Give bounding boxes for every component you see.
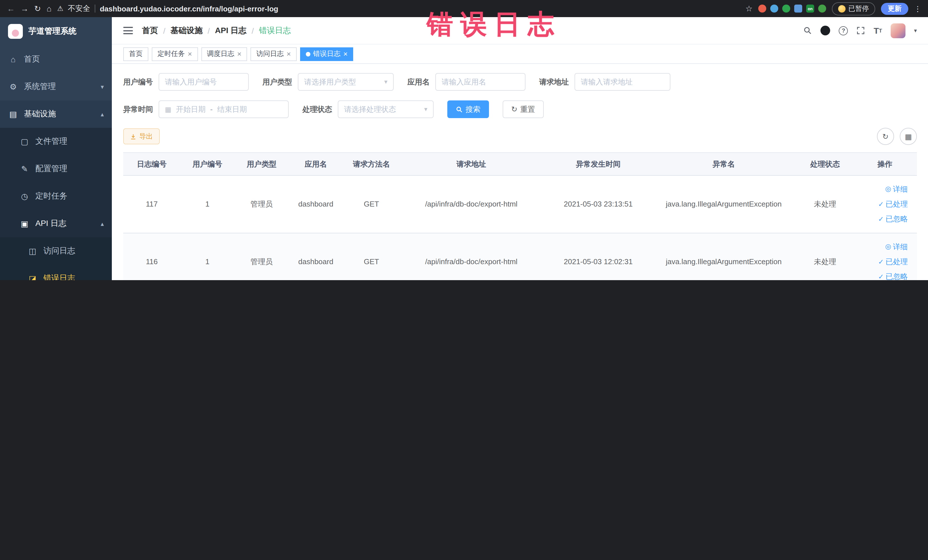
extension-icon[interactable]: on xyxy=(806,5,814,12)
mark-ignored-link[interactable]: ✓已忽略 xyxy=(878,272,908,280)
extension-icon[interactable] xyxy=(758,5,766,12)
cell-user-id: 1 xyxy=(180,176,235,233)
table-body: 1171管理员dashboardGET/api/infra/db-doc/exp… xyxy=(123,176,917,280)
table-toolbar: 导出 ↻ ▦ xyxy=(123,128,917,145)
fullscreen-icon[interactable] xyxy=(857,26,865,35)
export-button[interactable]: 导出 xyxy=(123,128,160,144)
home-icon: ⌂ xyxy=(8,55,18,64)
bookmark-star-icon[interactable]: ☆ xyxy=(745,5,752,12)
error-time-range-picker[interactable]: ▦ 开始日期 - 结束日期 xyxy=(159,101,289,118)
sidebar-item-config-mgmt[interactable]: ✎配置管理 xyxy=(0,155,112,183)
url-text[interactable]: dashboard.yudao.iocoder.cn/infra/log/api… xyxy=(100,4,278,13)
breadcrumb-separator: / xyxy=(252,26,254,35)
github-icon[interactable] xyxy=(821,26,830,35)
sidebar-item-scheduled-jobs[interactable]: ◷定时任务 xyxy=(0,183,112,210)
column-header-request-method: 请求方法名 xyxy=(343,153,400,175)
tab-close-icon[interactable]: × xyxy=(286,50,291,58)
user-type-select[interactable]: 请选择用户类型 ▾ xyxy=(298,73,394,91)
breadcrumb-item[interactable]: 首页 xyxy=(142,25,158,36)
address-divider xyxy=(95,5,95,12)
column-header-actions: 操作 xyxy=(856,153,913,175)
forward-icon[interactable]: → xyxy=(21,5,29,12)
error-log-table: 日志编号用户编号用户类型应用名请求方法名请求地址异常发生时间异常名处理状态操作 … xyxy=(123,153,917,280)
search-button[interactable]: 搜索 xyxy=(447,101,489,118)
paused-button[interactable]: 已暂停 xyxy=(832,2,875,15)
tab-label: 定时任务 xyxy=(157,49,185,59)
tab-label: 访问日志 xyxy=(256,49,284,59)
sidebar-item-infrastructure[interactable]: ▤基础设施▴ xyxy=(0,101,112,128)
reset-button[interactable]: ↻ 重置 xyxy=(503,101,544,118)
column-header-exception-name: 异常名 xyxy=(654,153,794,175)
mark-ignored-link[interactable]: ✓已忽略 xyxy=(878,214,908,224)
search-icon[interactable] xyxy=(804,26,812,35)
column-header-user-id: 用户编号 xyxy=(180,153,235,175)
eye-icon: ◎ xyxy=(885,185,891,194)
error-time-label: 异常时间 xyxy=(123,104,153,114)
browser-menu-icon[interactable]: ⋮ xyxy=(914,4,922,13)
sidebar-item-home[interactable]: ⌂首页 xyxy=(0,46,112,73)
request-url-input[interactable] xyxy=(575,73,670,91)
tab-item[interactable]: 定时任务× xyxy=(152,47,198,61)
sidebar-item-file-mgmt[interactable]: ▢文件管理 xyxy=(0,128,112,155)
column-header-log-id: 日志编号 xyxy=(123,153,180,175)
update-button[interactable]: 更新 xyxy=(881,3,908,15)
mark-processed-link[interactable]: ✓已处理 xyxy=(878,199,908,209)
tab-item[interactable]: 调度日志× xyxy=(201,47,247,61)
reload-icon[interactable]: ↻ xyxy=(34,5,41,12)
app-root: 芋道管理系统 ⌂首页⚙系统管理▾▤基础设施▴▢文件管理✎配置管理◷定时任务▣AP… xyxy=(0,17,928,280)
user-id-label: 用户编号 xyxy=(123,77,153,87)
action-label: 详细 xyxy=(893,184,908,194)
extension-icon[interactable] xyxy=(818,5,826,12)
detail-link[interactable]: ◎详细 xyxy=(885,242,908,252)
sidebar-logo[interactable]: 芋道管理系统 xyxy=(0,17,112,46)
reset-button-label: 重置 xyxy=(520,104,535,114)
breadcrumb-item[interactable]: 错误日志 xyxy=(259,25,291,36)
paused-label: 已暂停 xyxy=(849,4,869,14)
back-icon[interactable]: ← xyxy=(7,5,15,12)
breadcrumb-item[interactable]: API 日志 xyxy=(215,25,246,36)
help-icon[interactable]: ? xyxy=(839,26,848,35)
column-header-user-type: 用户类型 xyxy=(235,153,289,175)
sidebar-item-system-mgmt[interactable]: ⚙系统管理▾ xyxy=(0,73,112,101)
tab-item[interactable]: 错误日志× xyxy=(300,47,353,61)
tab-close-icon[interactable]: × xyxy=(237,50,241,58)
error-log-icon: ◪ xyxy=(27,274,38,280)
filter-user-id: 用户编号 xyxy=(123,73,249,91)
sidebar-item-label: 首页 xyxy=(24,54,104,64)
sidebar-item-error-log[interactable]: ◪错误日志 xyxy=(0,265,112,280)
tab-item[interactable]: 访问日志× xyxy=(250,47,296,61)
detail-link[interactable]: ◎详细 xyxy=(885,184,908,194)
extension-icon[interactable] xyxy=(794,5,802,12)
screen: ← → ↻ ⌂ ⚠ 不安全 dashboard.yudao.iocoder.cn… xyxy=(0,0,928,280)
extension-icon[interactable] xyxy=(782,5,790,12)
font-size-icon[interactable]: TT xyxy=(874,26,882,35)
sidebar-item-api-log[interactable]: ▣API 日志▴ xyxy=(0,210,112,237)
filter-process-status: 处理状态 请选择处理状态 ▾ xyxy=(302,101,433,118)
cell-exception-name: java.lang.IllegalArgumentException xyxy=(654,233,794,280)
app-name-input[interactable] xyxy=(435,73,525,91)
search-button-label: 搜索 xyxy=(466,104,481,114)
avatar-caret-icon[interactable]: ▾ xyxy=(914,27,917,34)
column-settings-button[interactable]: ▦ xyxy=(900,128,917,145)
page-content: 用户编号 用户类型 请选择用户类型 ▾ 应用名 xyxy=(112,64,928,280)
tab-close-icon[interactable]: × xyxy=(188,50,192,58)
tab-item[interactable]: 首页 xyxy=(123,47,148,61)
sidebar-item-access-log[interactable]: ◫访问日志 xyxy=(0,237,112,265)
action-label: 已处理 xyxy=(885,257,908,267)
cell-exception-name: java.lang.IllegalArgumentException xyxy=(654,176,794,233)
user-id-input[interactable] xyxy=(159,73,249,91)
browser-home-icon[interactable]: ⌂ xyxy=(46,5,51,12)
user-avatar[interactable] xyxy=(891,23,905,38)
sidebar-toggle-icon[interactable] xyxy=(123,27,133,34)
breadcrumb-item[interactable]: 基础设施 xyxy=(171,25,203,36)
tab-close-icon[interactable]: × xyxy=(343,50,348,58)
cell-process-status: 未处理 xyxy=(794,233,856,280)
action-label: 已忽略 xyxy=(885,272,908,280)
refresh-button[interactable]: ↻ xyxy=(877,128,894,145)
process-status-select[interactable]: 请选择处理状态 ▾ xyxy=(338,101,433,118)
extension-icon[interactable] xyxy=(770,5,778,12)
mark-processed-link[interactable]: ✓已处理 xyxy=(878,257,908,267)
address-bar[interactable]: ⚠ 不安全 dashboard.yudao.iocoder.cn/infra/l… xyxy=(57,3,739,14)
main-area: 首页/基础设施/API 日志/错误日志 ? TT ▾ 首页定时任务×调度日志× xyxy=(112,17,928,280)
filter-row-1: 用户编号 用户类型 请选择用户类型 ▾ 应用名 xyxy=(123,73,917,91)
